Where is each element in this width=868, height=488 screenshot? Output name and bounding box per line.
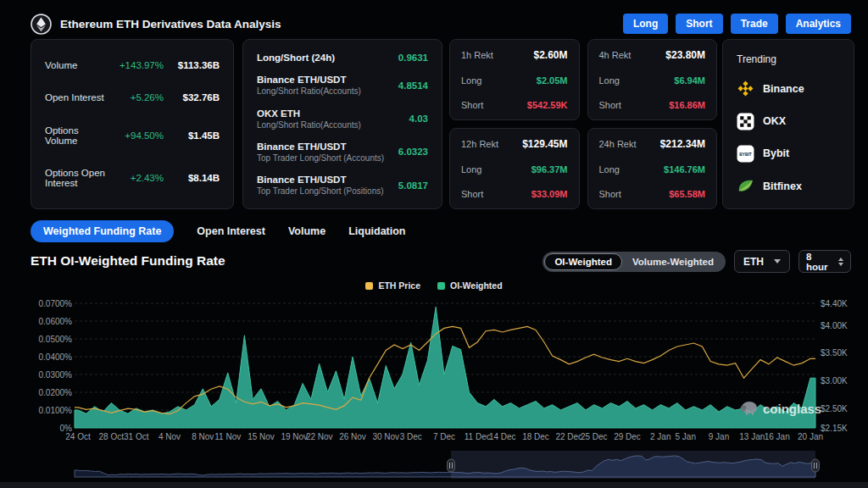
legend-eth-price[interactable]: ETH Price: [365, 280, 420, 291]
tab-open-interest[interactable]: Open Interest: [197, 225, 265, 237]
binance-icon: [737, 80, 754, 97]
trending-name: Binance: [763, 83, 804, 95]
page-header: Ethereum ETH Derivatives Data Analysis: [31, 12, 281, 36]
ratio-label: Binance ETH/USDT: [257, 175, 398, 185]
ratio-value: 0.9631: [398, 53, 428, 63]
stat-row-options-volume: Options Volume +94.50% $1.45B: [45, 125, 220, 146]
x-tick: 28 Oct: [99, 432, 125, 441]
x-tick: 16 Jan: [765, 432, 790, 441]
rekt-short-label: Short: [461, 189, 531, 199]
short-button[interactable]: Short: [676, 14, 722, 34]
stat-change: +94.50%: [111, 130, 164, 141]
rekt-title: 24h Rekt: [599, 139, 660, 149]
stat-change: +143.97%: [111, 60, 164, 70]
chart-title: ETH OI-Weighted Funding Rate: [31, 253, 225, 269]
x-tick: 8 Nov: [192, 432, 214, 441]
toggle-volume-weighted[interactable]: Volume-Weighted: [622, 253, 724, 270]
watermark-text: coinglass: [763, 402, 821, 416]
stat-row-options-open-interest: Options Open Interest +2.43% $8.14B: [45, 168, 220, 188]
rekt-long-value: $2.05M: [537, 75, 568, 86]
y-left-tick: 0.0400%: [39, 352, 73, 362]
stat-value: $32.76B: [164, 92, 220, 103]
trending-item-bitfinex[interactable]: Bitfinex: [737, 177, 840, 195]
rekt-title: 1h Rekt: [461, 50, 533, 60]
ethereum-icon: [31, 14, 52, 35]
x-tick: 29 Dec: [614, 432, 641, 441]
trending-item-bybit[interactable]: BYBIT Bybit: [737, 145, 840, 163]
y-right-tick: $4.40K: [821, 299, 848, 308]
ratio-label: OKX ETH: [257, 108, 409, 119]
okx-icon: [737, 113, 754, 130]
coin-select[interactable]: ETH: [734, 250, 790, 273]
x-tick: 18 Dec: [522, 432, 549, 441]
navigator-selection[interactable]: [451, 451, 815, 479]
trending-item-okx[interactable]: OKX: [737, 113, 840, 130]
liquidation-summary-grid: 1h Rekt$2.60M Long$2.05M Short$542.59K 4…: [449, 39, 717, 209]
ratio-value: 4.03: [409, 114, 428, 124]
y-left-tick: 0.0600%: [39, 317, 73, 326]
toggle-oi-weighted[interactable]: OI-Weighted: [544, 253, 622, 270]
rekt-card-24h: 24h Rekt$212.34M Long$146.76M Short$65.5…: [587, 128, 718, 209]
y-right-tick: $4.00K: [821, 321, 848, 330]
trending-name: Bybit: [763, 147, 789, 159]
navigator-handle-right[interactable]: [812, 459, 820, 472]
y-left-tick: 0.0300%: [39, 370, 73, 380]
y-right-tick: $2.50K: [821, 404, 848, 413]
rekt-title: 12h Rekt: [461, 139, 522, 149]
header-actions: Long Short Trade Analytics: [623, 14, 851, 34]
rekt-card-4h: 4h Rekt$23.80M Long$6.94M Short$16.86M: [587, 39, 718, 120]
x-tick: 5 Jan: [675, 432, 695, 441]
ratio-sublabel: Long/Short Ratio(Accounts): [257, 120, 409, 130]
trade-button[interactable]: Trade: [731, 14, 778, 34]
long-short-ratios-card: Long/Short (24h) 0.9631 Binance ETH/USDT…: [242, 39, 442, 209]
oi-weighted-area: [75, 307, 815, 428]
ratio-row: Binance ETH/USDT Long/Short Ratio(Accoun…: [257, 75, 428, 96]
rekt-card-1h: 1h Rekt$2.60M Long$2.05M Short$542.59K: [449, 39, 580, 120]
tab-weighted-funding-rate[interactable]: Weighted Funding Rate: [31, 220, 174, 242]
y-left-tick: 0%: [60, 424, 73, 433]
stat-value: $8.14B: [164, 173, 220, 183]
rekt-long-label: Long: [599, 75, 675, 86]
legend-swatch-green: [437, 282, 445, 290]
ratio-sublabel: Long/Short Ratio(Accounts): [257, 86, 398, 96]
rekt-short-label: Short: [599, 100, 670, 110]
ratio-row: OKX ETH Long/Short Ratio(Accounts) 4.03: [257, 108, 428, 130]
trending-item-binance[interactable]: Binance: [737, 80, 840, 97]
stat-label: Options Volume: [45, 125, 111, 146]
rekt-total: $212.34M: [660, 138, 705, 150]
rekt-long-label: Long: [461, 75, 537, 86]
chart-legend: ETH Price OI-Weighted: [0, 280, 868, 291]
stat-value: $1.45B: [164, 130, 220, 141]
long-button[interactable]: Long: [623, 14, 668, 34]
tab-liquidation[interactable]: Liquidation: [348, 225, 405, 237]
x-tick: 11 Nov: [214, 432, 241, 441]
analytics-button[interactable]: Analytics: [786, 14, 851, 34]
ratio-sublabel: Top Trader Long/Short (Positions): [257, 186, 398, 196]
rekt-short-value: $33.09M: [531, 189, 568, 199]
x-tick: 19 Nov: [281, 432, 308, 441]
stat-label: Open Interest: [45, 92, 111, 103]
bitfinex-icon: [737, 177, 754, 195]
interval-select[interactable]: 8 hour: [798, 250, 851, 273]
rekt-card-12h: 12h Rekt$129.45M Long$96.37M Short$33.09…: [449, 128, 580, 209]
rekt-short-value: $16.86M: [669, 100, 705, 110]
rekt-short-label: Short: [599, 189, 670, 199]
rekt-short-label: Short: [461, 100, 527, 110]
tab-volume[interactable]: Volume: [288, 225, 326, 237]
stat-change: +5.26%: [111, 92, 164, 103]
rekt-long-value: $146.76M: [664, 164, 705, 175]
rekt-total: $2.60M: [533, 49, 567, 61]
navigator-handle-left[interactable]: [447, 459, 454, 472]
page-title: Ethereum ETH Derivatives Data Analysis: [60, 18, 281, 30]
market-stats-card: Volume +143.97% $113.36B Open Interest +…: [31, 39, 234, 209]
y-left-tick: 0.0200%: [39, 388, 73, 397]
x-tick: 31 Oct: [124, 432, 149, 441]
legend-oi-weighted[interactable]: OI-Weighted: [437, 280, 503, 291]
stat-row-volume: Volume +143.97% $113.36B: [45, 60, 220, 70]
updown-arrows-icon: [838, 258, 843, 266]
y-right-tick: $3.50K: [821, 348, 848, 358]
rekt-long-value: $96.37M: [531, 164, 568, 175]
ratio-value: 4.8514: [398, 80, 428, 91]
x-tick: 26 Nov: [339, 432, 366, 441]
rekt-total: $129.45M: [522, 138, 567, 150]
